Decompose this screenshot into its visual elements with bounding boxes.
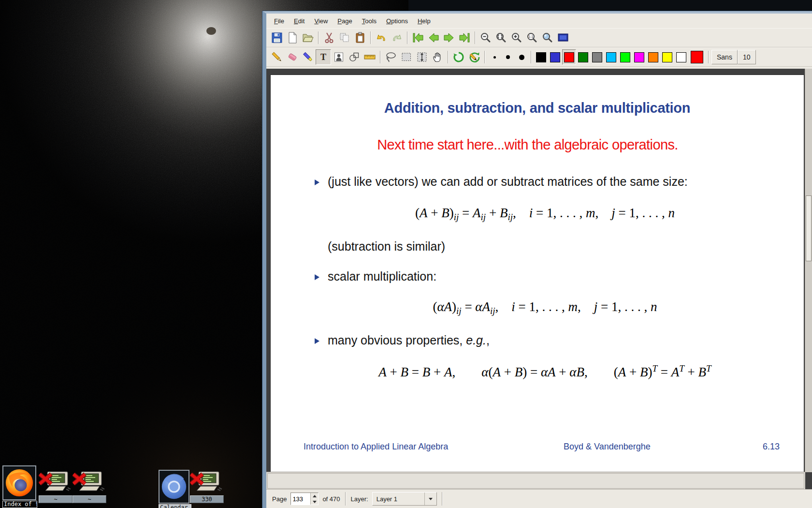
- previous-page-button[interactable]: [426, 30, 441, 45]
- desktop-icon-xterm-1[interactable]: ~: [39, 471, 72, 503]
- toolbar-separator: [708, 51, 709, 63]
- cut-icon: [323, 31, 335, 44]
- color-red-button[interactable]: [562, 49, 576, 65]
- hand-tool-button[interactable]: [430, 49, 445, 65]
- desktop-icon-firefox[interactable]: Index of fi: [2, 465, 37, 508]
- page-number-input[interactable]: [291, 493, 310, 505]
- thickness-fine-button[interactable]: [488, 49, 501, 65]
- color-chooser[interactable]: [688, 49, 706, 65]
- menu-view[interactable]: View: [309, 15, 333, 27]
- toolbar-separator: [318, 31, 319, 44]
- page-down-button[interactable]: [311, 499, 318, 505]
- toolbar-separator: [380, 51, 381, 63]
- pen-icon: [271, 51, 283, 63]
- zoom-100-button[interactable]: 1:1: [524, 30, 540, 45]
- slide-page[interactable]: Addition, subtraction, and scalar multip…: [270, 75, 804, 475]
- thickness-medium-button[interactable]: [501, 49, 515, 65]
- zoom-in-button[interactable]: [509, 30, 524, 45]
- color-yellow-button[interactable]: [660, 49, 674, 65]
- menu-tools[interactable]: Tools: [357, 15, 381, 27]
- layer-label: Layer:: [351, 495, 368, 503]
- document-canvas[interactable]: Addition, subtraction, and scalar multip…: [266, 69, 812, 490]
- next-page-icon: [443, 31, 455, 44]
- open-button[interactable]: [300, 30, 316, 45]
- copy-button[interactable]: [337, 30, 352, 45]
- footer-slide-number: 6.13: [763, 442, 780, 452]
- zoom-select-button[interactable]: [540, 30, 555, 45]
- menu-options[interactable]: Options: [381, 15, 413, 27]
- font-size-label: 10: [743, 53, 751, 61]
- page-up-button[interactable]: [311, 493, 318, 499]
- lasso-icon: [385, 51, 397, 63]
- bullet-item-1: (just like vectors) we can add or subtra…: [315, 175, 688, 189]
- horizontal-scrollbar[interactable]: [266, 472, 805, 490]
- pen-tool-button[interactable]: [269, 49, 285, 65]
- xterm-icon: [39, 471, 72, 493]
- ruler-tool-button[interactable]: [362, 49, 377, 65]
- color-gray-button[interactable]: [590, 49, 604, 65]
- lasso-select-button[interactable]: [383, 49, 399, 65]
- zoom-out-button[interactable]: [478, 30, 493, 45]
- color-orange-button[interactable]: [646, 49, 660, 65]
- color-white-button[interactable]: [674, 49, 688, 65]
- text-tool-button[interactable]: T: [316, 49, 331, 65]
- font-family-button[interactable]: Sans: [711, 50, 738, 64]
- default-tool-button[interactable]: [466, 49, 482, 65]
- vertical-space-button[interactable]: [414, 49, 430, 65]
- fullscreen-button[interactable]: [555, 30, 571, 45]
- shape-recognizer-button[interactable]: [347, 49, 362, 65]
- paste-button[interactable]: [352, 30, 368, 45]
- color-lightblue-button[interactable]: [604, 49, 618, 65]
- shape-recognizer-icon: [348, 51, 361, 63]
- last-page-button[interactable]: [457, 30, 472, 45]
- page-label: Page: [272, 495, 287, 503]
- desktop-icon-chromium[interactable]: Calendar: [159, 470, 191, 508]
- menu-file[interactable]: File: [269, 15, 289, 27]
- new-button[interactable]: [285, 30, 300, 45]
- desktop-icon-xterm-3[interactable]: 330: [190, 471, 224, 503]
- zoom-page-width-button[interactable]: [493, 30, 509, 45]
- bullet-triangle-icon: [315, 179, 319, 185]
- save-button[interactable]: [269, 30, 285, 45]
- color-green-button[interactable]: [576, 49, 590, 65]
- paste-icon: [354, 31, 366, 44]
- vertical-scrollbar-thumb[interactable]: [806, 195, 812, 261]
- toolbar-main: 1:1: [266, 28, 812, 47]
- horizontal-scrollbar-thumb[interactable]: [267, 473, 804, 489]
- color-magenta-button[interactable]: [632, 49, 646, 65]
- color-chooser-swatch: [691, 51, 703, 63]
- image-tool-button[interactable]: [331, 49, 347, 65]
- first-page-button[interactable]: [410, 30, 426, 45]
- dropdown-arrow[interactable]: [424, 493, 436, 505]
- color-blue-button[interactable]: [548, 49, 562, 65]
- desktop-icon-xterm-2[interactable]: ~: [72, 471, 106, 503]
- default-pen-button[interactable]: [451, 49, 466, 65]
- rect-select-button[interactable]: [399, 49, 414, 65]
- cut-button[interactable]: [321, 30, 337, 45]
- color-lightblue-swatch: [606, 52, 616, 62]
- screen: { "window": { "menu": ["File", "Edit", "…: [0, 0, 812, 508]
- menu-help[interactable]: Help: [413, 15, 435, 27]
- thickness-thick-button[interactable]: [515, 49, 528, 65]
- text-tool-icon: T: [320, 53, 326, 61]
- color-lightgreen-button[interactable]: [618, 49, 632, 65]
- desktop-icon-label: 330: [190, 495, 224, 503]
- layer-dropdown[interactable]: Layer 1: [372, 492, 437, 506]
- bullet-triangle-icon: [315, 274, 319, 280]
- bullet-text: scalar multiplication:: [328, 269, 436, 284]
- highlighter-tool-button[interactable]: [300, 49, 316, 65]
- fine-dot-icon: [493, 56, 496, 59]
- undo-button[interactable]: [374, 30, 389, 45]
- eraser-tool-button[interactable]: [285, 49, 300, 65]
- color-black-button[interactable]: [534, 49, 548, 65]
- menu-page[interactable]: Page: [333, 15, 357, 27]
- font-size-button[interactable]: 10: [738, 50, 756, 64]
- status-separator: [345, 492, 346, 506]
- menu-edit[interactable]: Edit: [289, 15, 309, 27]
- slide-annotation-text: Next time start here...with the algebrai…: [271, 137, 804, 153]
- page-number-spinner[interactable]: [290, 493, 319, 505]
- copy-icon: [338, 31, 351, 44]
- next-page-button[interactable]: [441, 30, 457, 45]
- vertical-scrollbar[interactable]: [805, 69, 812, 472]
- redo-button[interactable]: [389, 30, 405, 45]
